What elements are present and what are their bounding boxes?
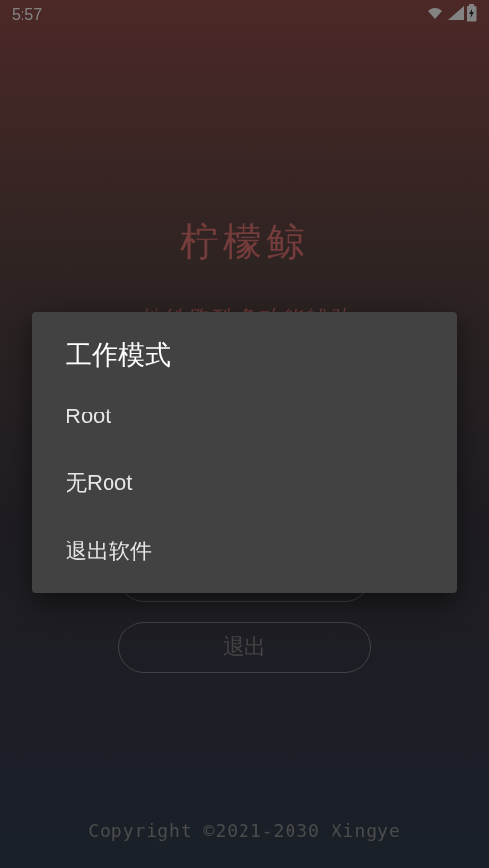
dialog-item-quit[interactable]: 退出软件 [32, 517, 457, 586]
dialog-title: 工作模式 [32, 312, 457, 384]
dialog-item-label: Root [66, 404, 111, 428]
dialog-item-label: 无Root [66, 470, 132, 495]
mode-dialog: 工作模式 Root 无Root 退出软件 [32, 312, 457, 593]
screen: 柠檬鲸 地铁跑酷多功能辅助 后退 退出 Copyright ©2021-2030… [0, 0, 489, 868]
dialog-item-root[interactable]: Root [32, 384, 457, 449]
dialog-item-label: 退出软件 [66, 539, 152, 563]
dialog-item-noroot[interactable]: 无Root [32, 449, 457, 517]
